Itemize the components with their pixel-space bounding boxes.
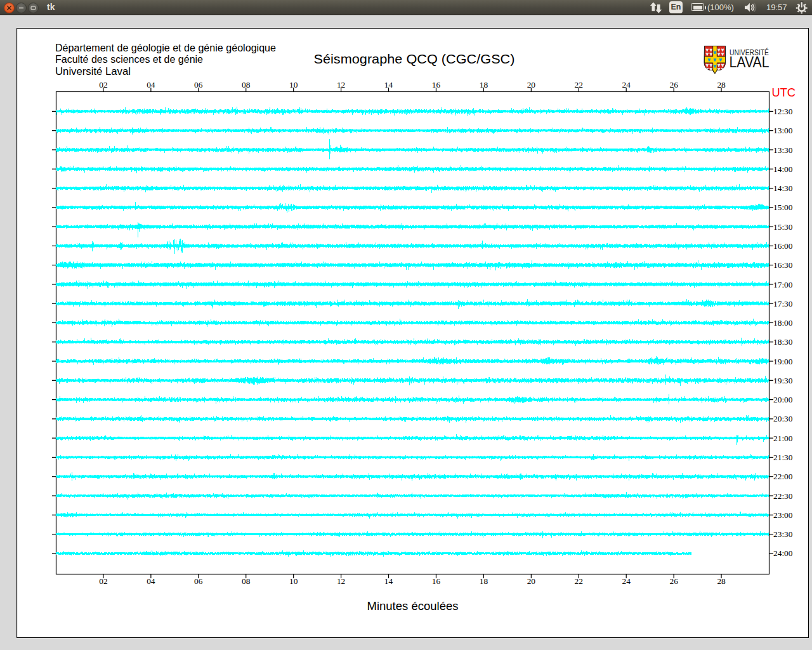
svg-text:18:00: 18:00 xyxy=(773,318,793,328)
svg-text:17:30: 17:30 xyxy=(773,299,793,308)
svg-text:10: 10 xyxy=(289,576,298,586)
svg-text:22: 22 xyxy=(575,576,583,586)
svg-text:18: 18 xyxy=(480,576,488,586)
svg-text:28: 28 xyxy=(717,576,726,586)
svg-text:08: 08 xyxy=(242,576,251,586)
svg-text:15:00: 15:00 xyxy=(773,202,793,212)
svg-text:22:00: 22:00 xyxy=(773,472,793,481)
svg-text:04: 04 xyxy=(147,80,155,90)
svg-text:17:00: 17:00 xyxy=(773,280,793,289)
svg-text:LAVAL: LAVAL xyxy=(730,53,769,70)
svg-text:24:00: 24:00 xyxy=(773,548,793,558)
svg-text:13:00: 13:00 xyxy=(773,126,793,135)
svg-text:12: 12 xyxy=(337,80,345,90)
svg-text:14:00: 14:00 xyxy=(773,164,793,174)
svg-text:22:30: 22:30 xyxy=(773,491,793,501)
svg-text:20: 20 xyxy=(527,576,536,586)
svg-text:02: 02 xyxy=(99,576,107,586)
svg-text:18:30: 18:30 xyxy=(773,337,793,347)
svg-text:06: 06 xyxy=(194,576,203,586)
svg-text:26: 26 xyxy=(669,80,678,90)
svg-text:20:00: 20:00 xyxy=(773,395,793,404)
svg-text:13:30: 13:30 xyxy=(773,145,793,155)
svg-text:26: 26 xyxy=(669,576,678,586)
svg-text:19:00: 19:00 xyxy=(773,357,793,366)
svg-text:Université Laval: Université Laval xyxy=(55,66,131,77)
svg-text:14: 14 xyxy=(384,80,393,90)
svg-text:12:30: 12:30 xyxy=(773,107,793,116)
svg-text:UTC: UTC xyxy=(772,86,796,99)
svg-text:14:30: 14:30 xyxy=(773,183,793,193)
svg-text:06: 06 xyxy=(194,80,203,90)
svg-text:02: 02 xyxy=(99,80,107,90)
svg-text:12: 12 xyxy=(337,576,345,586)
svg-text:Faculté des sciences et de gén: Faculté des sciences et de génie xyxy=(55,54,203,65)
svg-text:24: 24 xyxy=(622,576,631,586)
svg-text:Séismographe QCQ (CGC/GSC): Séismographe QCQ (CGC/GSC) xyxy=(314,51,515,66)
svg-text:18: 18 xyxy=(480,80,488,90)
svg-text:04: 04 xyxy=(147,576,155,586)
svg-text:28: 28 xyxy=(717,80,726,90)
svg-text:15:30: 15:30 xyxy=(773,222,793,232)
svg-text:08: 08 xyxy=(242,80,251,90)
svg-text:19:30: 19:30 xyxy=(773,376,793,385)
svg-text:16:00: 16:00 xyxy=(773,241,793,251)
svg-text:24: 24 xyxy=(622,80,631,90)
svg-text:16: 16 xyxy=(432,576,441,586)
svg-text:20:30: 20:30 xyxy=(773,414,793,423)
svg-text:10: 10 xyxy=(289,80,298,90)
svg-text:23:30: 23:30 xyxy=(773,529,793,539)
svg-text:Minutes écoulées: Minutes écoulées xyxy=(367,599,459,613)
svg-text:23:00: 23:00 xyxy=(773,510,793,520)
svg-text:14: 14 xyxy=(384,576,393,586)
svg-text:22: 22 xyxy=(575,80,583,90)
svg-text:21:00: 21:00 xyxy=(773,434,793,443)
svg-text:16: 16 xyxy=(432,80,441,90)
svg-text:Département de géologie et de: Département de géologie et de génie géol… xyxy=(55,43,276,53)
svg-text:20: 20 xyxy=(527,80,536,90)
svg-text:21:30: 21:30 xyxy=(773,453,793,462)
svg-text:16:30: 16:30 xyxy=(773,260,793,270)
